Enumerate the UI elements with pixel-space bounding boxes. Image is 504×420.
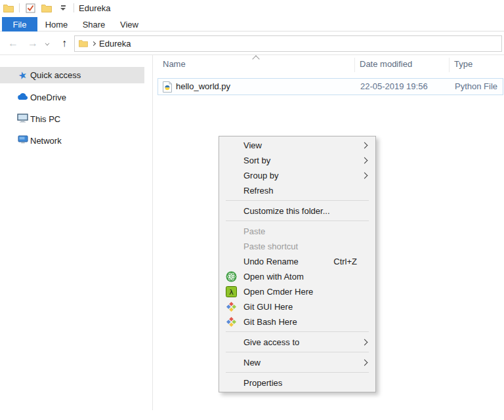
menu-item-label: Customize this folder... bbox=[243, 206, 330, 216]
title-bar: Edureka bbox=[0, 0, 504, 17]
sidebar-item-label: OneDrive bbox=[30, 93, 66, 102]
explorer-app-folder-icon bbox=[3, 2, 14, 14]
network-icon bbox=[17, 135, 28, 146]
menu-item-label: Open with Atom bbox=[243, 272, 304, 282]
sidebar-item-label: Quick access bbox=[30, 70, 81, 80]
menu-item-undo-rename[interactable]: Undo Rename Ctrl+Z bbox=[219, 254, 375, 269]
menu-item-group-by[interactable]: Group by bbox=[219, 168, 375, 183]
column-header-date-modified[interactable]: Date modified bbox=[360, 59, 412, 69]
tab-home[interactable]: Home bbox=[37, 17, 75, 32]
pin-star-icon: ★ bbox=[16, 68, 30, 83]
qat-properties-checkbox-icon[interactable] bbox=[24, 2, 36, 14]
sidebar-divider bbox=[152, 55, 153, 410]
menu-item-view[interactable]: View bbox=[219, 138, 375, 153]
sidebar-item-label: This PC bbox=[30, 114, 60, 124]
menu-item-label: Group by bbox=[243, 171, 278, 180]
cmder-icon: λ bbox=[226, 286, 237, 297]
file-date-modified: 22-05-2019 19:56 bbox=[360, 79, 428, 94]
git-icon bbox=[226, 301, 237, 312]
file-name: hello_world.py bbox=[176, 79, 230, 94]
menu-item-sort-by[interactable]: Sort by bbox=[219, 153, 375, 168]
svg-text:λ: λ bbox=[229, 288, 234, 297]
menu-item-refresh[interactable]: Refresh bbox=[219, 183, 375, 198]
sidebar-item-onedrive[interactable]: OneDrive bbox=[0, 89, 144, 106]
tab-view[interactable]: View bbox=[112, 17, 146, 32]
menu-item-label: New bbox=[243, 358, 261, 368]
git-icon bbox=[226, 316, 237, 327]
qat-separator bbox=[19, 3, 20, 12]
menu-separator bbox=[226, 220, 369, 221]
menu-separator bbox=[226, 352, 369, 352]
menu-item-git-gui-here[interactable]: Git GUI Here bbox=[219, 299, 375, 314]
file-type: Python File bbox=[455, 79, 497, 94]
file-row-hello-world[interactable]: hello_world.py 22-05-2019 19:56 Python F… bbox=[158, 78, 503, 95]
menu-item-label: Paste bbox=[243, 226, 265, 236]
menu-item-label: View bbox=[243, 140, 262, 150]
tab-share[interactable]: Share bbox=[75, 17, 112, 32]
window-title: Edureka bbox=[79, 3, 110, 13]
menu-item-new[interactable]: New bbox=[219, 355, 375, 370]
atom-icon bbox=[226, 271, 237, 282]
menu-item-label: Sort by bbox=[243, 156, 270, 165]
sidebar-item-quick-access[interactable]: ★ Quick access bbox=[0, 67, 144, 83]
menu-item-label: Undo Rename bbox=[243, 257, 299, 266]
menu-item-open-cmder-here[interactable]: λ Open Cmder Here bbox=[219, 284, 375, 299]
menu-item-properties[interactable]: Properties bbox=[219, 375, 375, 390]
this-pc-icon bbox=[17, 114, 28, 125]
menu-item-label: Give access to bbox=[243, 337, 299, 347]
submenu-arrow-icon bbox=[362, 339, 368, 346]
sidebar-item-this-pc[interactable]: This PC bbox=[0, 111, 144, 127]
recent-locations-chevron-icon[interactable] bbox=[42, 32, 52, 55]
column-header-type[interactable]: Type bbox=[454, 59, 472, 69]
back-icon[interactable]: ← bbox=[5, 32, 21, 55]
up-icon[interactable]: ↑ bbox=[56, 32, 72, 55]
menu-item-label: Paste shortcut bbox=[243, 242, 298, 251]
menu-item-give-access-to[interactable]: Give access to bbox=[219, 335, 375, 350]
menu-item-customize-this-folder[interactable]: Customize this folder... bbox=[219, 203, 375, 219]
python-file-icon bbox=[162, 81, 173, 95]
submenu-arrow-icon bbox=[362, 173, 368, 179]
menu-item-git-bash-here[interactable]: Git Bash Here bbox=[219, 314, 375, 329]
menu-item-label: Properties bbox=[243, 378, 282, 388]
column-header-name[interactable]: Name bbox=[163, 59, 186, 69]
menu-item-shortcut: Ctrl+Z bbox=[333, 254, 357, 269]
sidebar-item-network[interactable]: Network bbox=[0, 133, 144, 149]
submenu-arrow-icon bbox=[362, 142, 368, 149]
onedrive-cloud-icon bbox=[17, 93, 28, 102]
navigation-bar: ← → ↑ Edureka bbox=[0, 32, 504, 55]
menu-item-label: Git GUI Here bbox=[243, 302, 293, 312]
submenu-arrow-icon bbox=[362, 158, 368, 164]
column-separator[interactable] bbox=[449, 58, 450, 72]
menu-item-paste: Paste bbox=[219, 224, 375, 239]
ribbon-tab-bar: File Home Share View bbox=[0, 17, 504, 32]
menu-separator bbox=[226, 331, 369, 332]
qat-separator bbox=[74, 3, 74, 12]
forward-icon[interactable]: → bbox=[25, 32, 41, 55]
sort-ascending-icon bbox=[252, 55, 259, 62]
address-folder-icon bbox=[79, 38, 88, 50]
submenu-arrow-icon bbox=[362, 360, 368, 366]
menu-item-paste-shortcut: Paste shortcut bbox=[219, 239, 375, 254]
menu-separator bbox=[226, 372, 369, 373]
menu-separator bbox=[226, 200, 369, 201]
breadcrumb-chevron-icon bbox=[91, 41, 96, 46]
column-separator[interactable] bbox=[354, 58, 355, 72]
tab-file[interactable]: File bbox=[2, 17, 37, 32]
menu-item-open-with-atom[interactable]: Open with Atom bbox=[219, 269, 375, 284]
menu-item-label: Refresh bbox=[243, 186, 274, 196]
breadcrumb-location[interactable]: Edureka bbox=[99, 39, 131, 49]
menu-item-label: Git Bash Here bbox=[243, 317, 297, 327]
menu-item-label: Open Cmder Here bbox=[243, 287, 313, 297]
qat-new-folder-icon[interactable] bbox=[41, 2, 52, 14]
context-menu: View Sort by Group by Refresh Customize … bbox=[219, 136, 376, 392]
sidebar-item-label: Network bbox=[30, 136, 62, 146]
address-bar[interactable]: Edureka bbox=[74, 35, 502, 52]
qat-customize-dropdown-icon[interactable] bbox=[57, 2, 69, 14]
